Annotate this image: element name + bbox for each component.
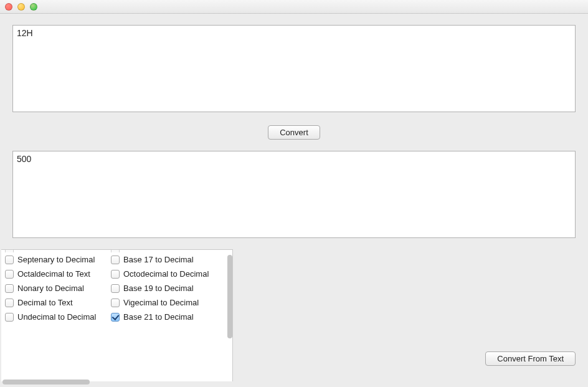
options-columns: Senary to DecimalSeptenary to DecimalOct… [1,249,232,324]
option-checkbox[interactable] [111,270,120,279]
option-label: Nonary to Decimal [17,284,84,293]
option-row: Octaldecimal to Text [5,267,111,281]
convert-button[interactable]: Convert [268,125,320,140]
options-column-left: Senary to DecimalSeptenary to DecimalOct… [5,249,111,324]
option-row: Undecimal to Decimal [5,310,111,324]
output-textarea[interactable] [12,151,576,238]
options-horizontal-scrollbar[interactable] [2,380,90,385]
option-checkbox[interactable] [5,313,14,322]
main-content: Convert [0,14,588,240]
options-vertical-scrollbar[interactable] [227,255,232,338]
option-checkbox[interactable] [111,299,120,307]
close-icon[interactable] [5,3,12,11]
option-label: Vigecimal to Decimal [123,298,199,307]
option-label: Octaldecimal to Text [17,269,90,279]
option-checkbox[interactable] [111,284,120,293]
options-column-right: Hexadecimal to TextBase 17 to DecimalOct… [111,249,229,324]
option-checkbox[interactable] [5,256,14,264]
option-label: Septenary to Decimal [17,255,95,264]
window-titlebar [0,0,588,14]
option-checkbox[interactable] [5,299,14,307]
option-row: Decimal to Text [5,295,111,310]
option-label: Base 19 to Decimal [123,284,194,293]
option-label: Base 17 to Decimal [123,255,194,264]
convert-row: Convert [12,114,576,151]
input-textarea[interactable] [12,25,576,112]
option-checkbox[interactable] [111,249,120,252]
convert-from-text-button[interactable]: Convert From Text [485,351,576,366]
option-row: Base 17 to Decimal [111,252,229,267]
option-label: Undecimal to Decimal [17,312,96,322]
option-row: Octodecimal to Decimal [111,267,229,281]
option-row: Vigecimal to Decimal [111,295,229,310]
option-label: Decimal to Text [17,298,73,307]
option-row: Base 19 to Decimal [111,281,229,295]
option-row: Nonary to Decimal [5,281,111,295]
option-checkbox[interactable] [111,256,120,264]
option-label: Octodecimal to Decimal [123,269,209,279]
zoom-icon[interactable] [30,3,37,11]
options-panel: Senary to DecimalSeptenary to DecimalOct… [1,249,233,381]
option-checkbox[interactable] [5,270,14,279]
option-row: Base 21 to Decimal [111,310,229,324]
option-checkbox[interactable] [111,313,120,322]
option-row: Septenary to Decimal [5,252,111,267]
option-checkbox[interactable] [5,284,14,293]
option-checkbox[interactable] [5,249,14,252]
option-label: Base 21 to Decimal [123,312,194,322]
minimize-icon[interactable] [17,3,25,11]
